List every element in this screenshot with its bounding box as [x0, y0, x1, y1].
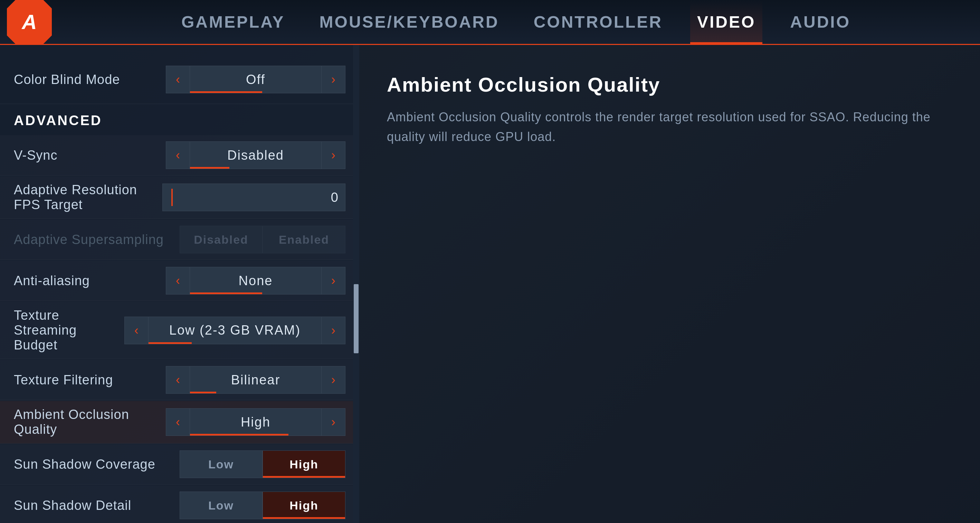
settings-panel: Color Blind Mode ‹ Off › ADVANCED: [0, 45, 359, 523]
texture-filtering-value-text: Bilinear: [231, 373, 280, 387]
fps-wrapper: 0: [162, 183, 345, 211]
texture-streaming-selector: ‹ Low (2-3 GB VRAM) ›: [124, 317, 345, 344]
chevron-right-icon: ›: [331, 148, 336, 163]
sun-shadow-coverage-low-label: Low: [208, 458, 234, 471]
tab-controller[interactable]: CONTROLLER: [527, 0, 670, 44]
ambient-occlusion-bar: [190, 434, 288, 435]
adaptive-supersampling-toggle: Disabled Enabled: [180, 226, 345, 254]
ambient-occlusion-next-btn[interactable]: ›: [321, 408, 345, 436]
texture-filtering-prev-btn[interactable]: ‹: [166, 366, 190, 394]
chevron-left-icon: ‹: [134, 323, 138, 338]
texture-filtering-next-btn[interactable]: ›: [321, 366, 345, 394]
texture-streaming-value: Low (2-3 GB VRAM): [148, 317, 321, 344]
anti-aliasing-label: Anti-aliasing: [14, 273, 166, 288]
texture-filtering-row: Texture Filtering ‹ Bilinear ›: [0, 360, 359, 400]
apex-logo: A: [7, 0, 52, 45]
ambient-occlusion-prev-btn[interactable]: ‹: [166, 408, 190, 436]
ambient-occlusion-selector: ‹ High ›: [166, 408, 345, 436]
sun-shadow-detail-high-label: High: [290, 499, 318, 512]
fps-input-box[interactable]: 0: [162, 183, 345, 211]
vsync-row: V-Sync ‹ Disabled ›: [0, 135, 359, 175]
color-blind-selector: ‹ Off ›: [166, 66, 345, 93]
toggle-enabled-label: Enabled: [279, 233, 329, 246]
color-blind-prev-btn[interactable]: ‹: [166, 66, 190, 93]
texture-streaming-label: Texture Streaming Budget: [14, 308, 124, 352]
vsync-selector: ‹ Disabled ›: [166, 141, 345, 169]
vsync-value: Disabled: [190, 141, 321, 169]
tab-audio[interactable]: AUDIO: [783, 0, 858, 44]
anti-aliasing-value-text: None: [239, 273, 273, 288]
scrollbar-thumb[interactable]: [354, 284, 359, 353]
tab-video[interactable]: VIDEO: [690, 0, 762, 44]
top-navigation: A GAMEPLAY MOUSE/KEYBOARD CONTROLLER VID…: [0, 0, 980, 45]
texture-streaming-next-btn[interactable]: ›: [321, 317, 345, 344]
toggle-disabled-label: Disabled: [194, 233, 248, 246]
apex-logo-text: A: [22, 10, 37, 34]
sun-shadow-detail-low-btn[interactable]: Low: [180, 491, 262, 519]
color-blind-row: Color Blind Mode ‹ Off ›: [0, 55, 359, 104]
ambient-occlusion-value: High: [190, 408, 321, 436]
chevron-left-icon: ‹: [176, 148, 180, 163]
adaptive-supersampling-label: Adaptive Supersampling: [14, 232, 180, 247]
fps-cursor: [171, 189, 173, 206]
vsync-next-btn[interactable]: ›: [321, 141, 345, 169]
chevron-right-icon: ›: [331, 72, 336, 87]
texture-streaming-value-text: Low (2-3 GB VRAM): [169, 323, 301, 338]
tab-gameplay[interactable]: GAMEPLAY: [175, 0, 292, 44]
texture-filtering-selector: ‹ Bilinear ›: [166, 366, 345, 394]
chevron-right-icon: ›: [331, 323, 336, 338]
texture-filtering-label: Texture Filtering: [14, 373, 166, 387]
vsync-label: V-Sync: [14, 148, 166, 163]
vsync-bar: [190, 167, 229, 169]
sun-shadow-coverage-high-label: High: [290, 458, 318, 471]
anti-aliasing-selector: ‹ None ›: [166, 267, 345, 295]
adaptive-resolution-label: Adaptive Resolution FPS Target: [14, 182, 162, 212]
texture-streaming-row: Texture Streaming Budget ‹ Low (2-3 GB V…: [0, 302, 359, 359]
sun-shadow-coverage-toggle: Low High: [180, 450, 345, 478]
texture-streaming-bar: [148, 342, 192, 344]
adaptive-resolution-row: Adaptive Resolution FPS Target 0: [0, 176, 359, 219]
chevron-right-icon: ›: [331, 273, 336, 288]
color-blind-value: Off: [190, 66, 321, 93]
sun-shadow-detail-low-label: Low: [208, 499, 234, 512]
adaptive-supersampling-disabled-btn: Disabled: [180, 226, 262, 254]
sun-shadow-coverage-low-btn[interactable]: Low: [180, 450, 262, 478]
info-panel: Ambient Occlusion Quality Ambient Occlus…: [359, 45, 980, 523]
color-blind-label: Color Blind Mode: [14, 72, 166, 87]
vsync-value-text: Disabled: [227, 148, 284, 163]
tab-mouse-keyboard[interactable]: MOUSE/KEYBOARD: [313, 0, 506, 44]
adaptive-supersampling-row: Adaptive Supersampling Disabled Enabled: [0, 220, 359, 260]
texture-filtering-bar: [190, 392, 216, 393]
sun-shadow-detail-row: Sun Shadow Detail Low High: [0, 485, 359, 523]
anti-aliasing-prev-btn[interactable]: ‹: [166, 267, 190, 295]
anti-aliasing-value: None: [190, 267, 321, 295]
settings-content: Color Blind Mode ‹ Off › ADVANCED: [0, 55, 359, 523]
anti-aliasing-row: Anti-aliasing ‹ None ›: [0, 261, 359, 301]
sun-shadow-detail-label: Sun Shadow Detail: [14, 498, 180, 513]
chevron-left-icon: ‹: [176, 373, 180, 387]
color-blind-bar: [190, 91, 262, 93]
advanced-section-header: ADVANCED: [0, 106, 359, 135]
texture-streaming-prev-btn[interactable]: ‹: [124, 317, 148, 344]
info-description: Ambient Occlusion Quality controls the r…: [387, 107, 952, 147]
chevron-right-icon: ›: [331, 415, 336, 429]
scrollbar[interactable]: [353, 45, 359, 523]
texture-filtering-value: Bilinear: [190, 366, 321, 394]
anti-aliasing-bar: [190, 292, 262, 294]
chevron-left-icon: ‹: [176, 72, 180, 87]
sun-shadow-detail-toggle: Low High: [180, 491, 345, 519]
chevron-left-icon: ‹: [176, 415, 180, 429]
anti-aliasing-next-btn[interactable]: ›: [321, 267, 345, 295]
sun-shadow-detail-high-btn[interactable]: High: [262, 491, 345, 519]
vsync-prev-btn[interactable]: ‹: [166, 141, 190, 169]
ambient-occlusion-row: Ambient Occlusion Quality ‹ High ›: [0, 401, 359, 443]
nav-tabs: GAMEPLAY MOUSE/KEYBOARD CONTROLLER VIDEO…: [52, 0, 980, 44]
main-content: Color Blind Mode ‹ Off › ADVANCED: [0, 45, 980, 523]
ambient-occlusion-value-text: High: [241, 415, 270, 430]
chevron-left-icon: ‹: [176, 273, 180, 288]
chevron-right-icon: ›: [331, 373, 336, 387]
color-blind-next-btn[interactable]: ›: [321, 66, 345, 93]
sun-shadow-coverage-label: Sun Shadow Coverage: [14, 457, 180, 472]
sun-shadow-coverage-high-btn[interactable]: High: [262, 450, 345, 478]
info-title: Ambient Occlusion Quality: [387, 73, 952, 97]
